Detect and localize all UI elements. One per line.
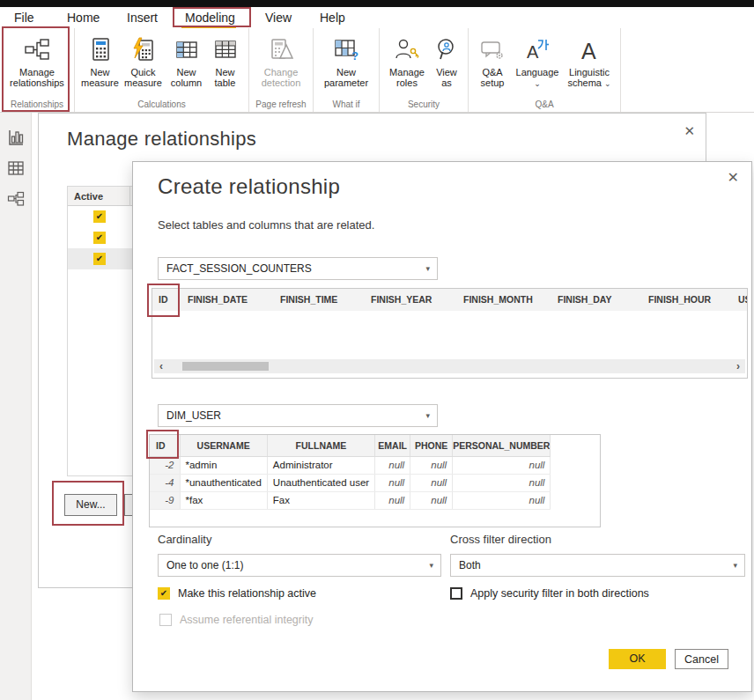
dialog-title: Manage relationships (67, 128, 256, 151)
group-label: Page refresh (249, 99, 313, 109)
table2-col-header[interactable]: USERNAME (180, 435, 267, 456)
selected-value: Both (459, 559, 481, 571)
apply-security-filter-option[interactable]: Apply security filter in both directions (450, 587, 649, 600)
cardinality-select[interactable]: One to one (1:1) ▾ (158, 554, 441, 577)
tab-file[interactable]: File (14, 8, 34, 27)
cross-filter-select[interactable]: Both ▾ (450, 554, 745, 577)
table2-col-header[interactable]: ID (150, 435, 180, 456)
btn-label: Manage (19, 67, 55, 77)
tab-help[interactable]: Help (320, 8, 345, 27)
scrollbar-thumb[interactable] (182, 362, 269, 371)
selected-value: DIM_USER (166, 409, 221, 422)
language-button[interactable]: A Language ⌄ (513, 33, 562, 88)
scroll-right-icon[interactable]: › (736, 359, 740, 373)
dropdown-caret-icon: ▾ (733, 555, 737, 576)
change-detection-button: Change detection (255, 33, 307, 88)
report-view-icon[interactable] (7, 129, 25, 146)
table1-col-header[interactable]: FINISH_DATE (181, 289, 274, 311)
new-relationship-button[interactable]: New... (64, 494, 117, 516)
table-row[interactable]: -4 *unauthenticated Unauthenticated user… (150, 474, 551, 491)
tab-insert[interactable]: Insert (127, 8, 158, 27)
make-relationship-active-option[interactable]: ✔ Make this relationship active (158, 587, 316, 600)
close-icon[interactable]: ✕ (684, 124, 695, 137)
table1-col-header[interactable]: USER_ID (732, 289, 747, 311)
option-label: Apply security filter in both directions (470, 587, 649, 600)
cell: -4 (150, 474, 180, 491)
cell: null (453, 474, 551, 491)
new-column-button[interactable]: New column (166, 33, 207, 88)
checkbox-unchecked[interactable] (450, 587, 462, 600)
manage-relationships-icon (24, 35, 50, 63)
new-column-icon (174, 35, 199, 63)
chevron-down-icon: ⌄ (604, 79, 611, 88)
table1-col-header[interactable]: FINISH_HOUR (642, 289, 732, 311)
table1-col-header[interactable]: FINISH_TIME (274, 289, 365, 311)
linguistic-schema-button[interactable]: A Linguistic schema ⌄ (562, 33, 617, 88)
table2-col-header[interactable]: PERSONAL_NUMBER (453, 435, 551, 456)
ribbon-group-relationships: Manage relationships Relationships (0, 28, 75, 112)
btn-label: New (215, 67, 234, 77)
scroll-left-icon[interactable]: ‹ (159, 359, 163, 373)
manage-roles-icon (394, 35, 420, 63)
cell: null (375, 456, 410, 474)
table1-col-header[interactable]: FINISH_DAY (551, 289, 642, 311)
cancel-button[interactable]: Cancel (675, 649, 728, 669)
ribbon-group-calculations: New measure Quick measure (75, 28, 249, 112)
svg-text:?: ? (351, 49, 359, 61)
btn-label: as (441, 77, 452, 88)
checkbox-checked[interactable]: ✔ (158, 587, 170, 600)
btn-label: setup (481, 77, 505, 88)
table1-col-header[interactable]: ID (152, 289, 181, 311)
btn-label: Quick (130, 67, 155, 77)
linguistic-schema-icon: A (578, 35, 601, 63)
table1-col-header[interactable]: FINISH_MONTH (457, 289, 551, 311)
table2-col-header[interactable]: FULLNAME (267, 435, 374, 456)
data-view-icon[interactable] (7, 159, 25, 177)
btn-label: roles (396, 77, 418, 88)
cell: -2 (150, 456, 180, 474)
btn-label: column (171, 77, 202, 88)
selected-value: One to one (1:1) (166, 559, 243, 571)
tab-home[interactable]: Home (67, 8, 100, 27)
cell: Fax (267, 491, 374, 509)
cell: Administrator (267, 456, 374, 474)
new-parameter-icon: ? (333, 35, 359, 63)
active-checkbox[interactable]: ✔ (93, 210, 106, 223)
new-measure-icon (89, 35, 112, 63)
active-checkbox[interactable]: ✔ (93, 232, 106, 244)
btn-label: Q&A (482, 67, 502, 77)
btn-label: Manage (389, 67, 425, 77)
ribbon-tab-row: File Home Insert Modeling View Help (0, 7, 754, 28)
model-view-icon[interactable] (7, 190, 25, 208)
qa-setup-button[interactable]: Q&A setup (472, 33, 513, 88)
ok-button[interactable]: OK (609, 649, 666, 669)
group-label: What if (314, 99, 379, 109)
ribbon-group-security: Manage roles View as Security (380, 28, 469, 112)
new-parameter-button[interactable]: ? New parameter (320, 33, 373, 88)
close-icon[interactable]: ✕ (728, 171, 739, 184)
view-as-button[interactable]: View as (430, 33, 463, 88)
manage-roles-button[interactable]: Manage roles (384, 33, 430, 88)
new-measure-button[interactable]: New measure (80, 33, 121, 88)
table1-select[interactable]: FACT_SESSION_COUNTERS ▾ (158, 257, 438, 280)
ribbon: Manage relationships Relationships New m… (0, 28, 754, 113)
table1-col-header[interactable]: FINISH_YEAR (365, 289, 457, 311)
table2-col-header[interactable]: EMAIL (375, 435, 410, 456)
quick-measure-button[interactable]: Quick measure (121, 33, 166, 88)
horizontal-scrollbar[interactable]: ‹ › (154, 359, 745, 373)
table2-select[interactable]: DIM_USER ▾ (158, 404, 438, 427)
active-checkbox[interactable]: ✔ (93, 253, 106, 265)
cross-filter-label: Cross filter direction (450, 533, 551, 546)
chevron-down-icon: ⌄ (534, 79, 541, 88)
window-titlebar (0, 0, 754, 7)
new-table-button[interactable]: New table (207, 33, 244, 88)
tab-view[interactable]: View (265, 8, 292, 27)
ribbon-group-page-refresh: Change detection Page refresh (249, 28, 314, 112)
manage-relationships-button[interactable]: Manage relationships (2, 33, 72, 88)
table-row[interactable]: -9 *fax Fax null null null (150, 491, 551, 509)
table-row[interactable]: -2 *admin Administrator null null null (150, 456, 551, 474)
btn-label: schema (567, 77, 602, 88)
tab-modeling[interactable]: Modeling (185, 8, 235, 27)
table2-col-header[interactable]: PHONE (410, 435, 453, 456)
svg-text:A: A (581, 39, 596, 62)
